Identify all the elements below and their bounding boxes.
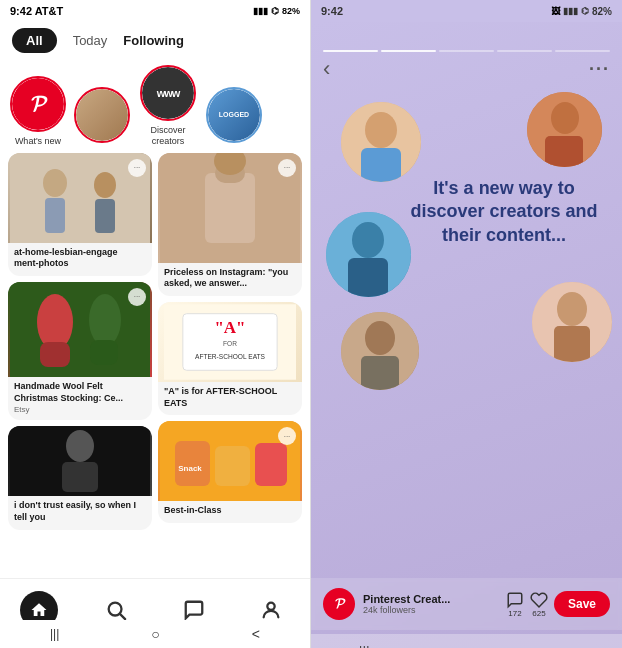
comment-count: 172 <box>508 609 521 618</box>
comment-icon <box>506 591 524 609</box>
svg-rect-12 <box>62 462 98 492</box>
svg-rect-44 <box>554 326 590 362</box>
story-account-info: Pinterest Creat... 24k followers <box>363 593 498 615</box>
story-logged[interactable]: LOGGED <box>206 87 262 147</box>
tab-following[interactable]: Following <box>123 33 184 48</box>
circle-person-4 <box>341 312 419 390</box>
www-avatar: www <box>142 67 194 119</box>
person-svg-4 <box>341 312 419 390</box>
story-avatar-logged: LOGGED <box>206 87 262 143</box>
person-svg-5 <box>532 282 612 362</box>
sys-menu-right[interactable]: ||| <box>359 644 370 648</box>
story-person[interactable] <box>74 87 130 147</box>
logged-avatar: LOGGED <box>208 89 260 141</box>
story-whats-new[interactable]: 𝓟 What's new <box>10 76 66 147</box>
right-status-icons: 🖼 ▮▮▮ ⌬ 82% <box>551 6 612 17</box>
sys-menu-left[interactable]: ||| <box>50 627 59 641</box>
pin-dark[interactable]: i don't trust easily, so when I tell you <box>8 426 152 529</box>
story-followers: 24k followers <box>363 605 498 615</box>
like-count: 625 <box>532 609 545 618</box>
wifi-icon: ⌬ <box>271 6 279 16</box>
profile-icon <box>260 599 282 621</box>
tab-today[interactable]: Today <box>73 33 108 48</box>
pin-notecard[interactable]: "A" FOR AFTER-SCHOOL EATS "A" is for AFT… <box>158 302 302 415</box>
story-like-btn[interactable]: 625 <box>530 591 548 618</box>
signal-right: ▮▮▮ <box>563 6 578 16</box>
svg-rect-14 <box>205 173 255 243</box>
battery-left: 82% <box>282 6 300 16</box>
pin-info-dark: i don't trust easily, so when I tell you <box>8 496 152 529</box>
svg-rect-35 <box>545 136 583 167</box>
svg-rect-9 <box>90 340 118 365</box>
svg-point-43 <box>557 292 587 326</box>
svg-point-6 <box>37 294 73 350</box>
circle-person-2 <box>527 92 602 167</box>
svg-line-28 <box>120 614 125 619</box>
sys-back-left[interactable]: < <box>252 626 260 642</box>
pin-fashion[interactable]: at-home-lesbian-engagement-photos ··· <box>8 153 152 276</box>
pin-snacks[interactable]: Snack Best-in-Class ··· <box>158 421 302 523</box>
story-avatar-pinterest: 𝓟 <box>10 76 66 132</box>
story-comment-btn[interactable]: 172 <box>506 591 524 618</box>
status-bar-right: 9:42 🖼 ▮▮▮ ⌬ 82% <box>311 0 622 22</box>
story-bottom-bar: 𝓟 Pinterest Creat... 24k followers 172 <box>311 578 622 630</box>
svg-point-1 <box>43 169 67 197</box>
person-avatar-img <box>76 89 128 141</box>
svg-rect-32 <box>361 148 401 182</box>
time-right: 9:42 <box>321 5 343 17</box>
pin-info-notecard: "A" is for AFTER-SCHOOL EATS <box>158 382 302 415</box>
pin-img-notecard: "A" FOR AFTER-SCHOOL EATS <box>158 302 302 382</box>
pin-dots-fashion[interactable]: ··· <box>128 159 146 177</box>
pin-subtitle-stockings: Etsy <box>14 405 146 414</box>
pin-dots-stockings[interactable]: ··· <box>128 288 146 306</box>
story-top-nav: ‹ ··· <box>311 52 622 86</box>
svg-rect-41 <box>361 356 399 390</box>
svg-point-40 <box>365 321 395 355</box>
status-icons-left: ▮▮▮ ⌬ 82% <box>253 6 300 16</box>
masonry-grid: at-home-lesbian-engagement-photos ··· <box>0 153 310 583</box>
heart-icon <box>530 591 548 609</box>
pin-info-snacks: Best-in-Class <box>158 501 302 523</box>
story-menu-btn[interactable]: ··· <box>589 59 610 80</box>
pin-stockings[interactable]: Handmade Wool Felt Christmas Stocking: C… <box>8 282 152 420</box>
svg-text:"A": "A" <box>214 318 245 337</box>
system-bar-left: ||| ○ < <box>0 620 310 648</box>
svg-point-34 <box>551 102 579 134</box>
right-phone: 9:42 🖼 ▮▮▮ ⌬ 82% ‹ ··· <box>311 0 622 648</box>
svg-point-11 <box>66 430 94 462</box>
pin-title-dark: i don't trust easily, so when I tell you <box>14 500 146 523</box>
photo-icon: 🖼 <box>551 6 560 16</box>
story-avatar-person <box>74 87 130 143</box>
story-back-btn[interactable]: ‹ <box>323 56 330 82</box>
story-label-whats-new: What's new <box>15 136 61 147</box>
system-bar-right: ||| ○ ‹ <box>311 634 622 648</box>
svg-point-29 <box>268 602 275 609</box>
story-logo-p: 𝓟 <box>335 596 344 612</box>
svg-point-3 <box>94 172 116 198</box>
story-discover[interactable]: www Discover creators <box>138 65 198 147</box>
pin-title-notecard: "A" is for AFTER-SCHOOL EATS <box>164 386 296 409</box>
story-avatar-www: www <box>140 65 196 121</box>
pin-title-snacks: Best-in-Class <box>164 505 296 517</box>
pin-title-stockings: Handmade Wool Felt Christmas Stocking: C… <box>14 381 146 404</box>
story-actions: 172 625 Save <box>506 591 610 618</box>
sys-home-right[interactable]: ○ <box>465 644 473 648</box>
person-svg-3 <box>326 212 411 297</box>
story-account-name: Pinterest Creat... <box>363 593 498 605</box>
svg-rect-2 <box>45 198 65 233</box>
sys-back-right[interactable]: ‹ <box>569 644 574 648</box>
tabs-row: All Today Following <box>0 22 310 59</box>
tab-all[interactable]: All <box>12 28 57 53</box>
story-headline: It's a new way to discover creators and … <box>406 177 602 247</box>
pin-dots-turtleneck[interactable]: ··· <box>278 159 296 177</box>
circle-person-5 <box>532 282 612 362</box>
sys-home-left[interactable]: ○ <box>151 626 159 642</box>
chat-icon <box>183 599 205 621</box>
pin-turtleneck[interactable]: Priceless on Instagram: "you asked, we a… <box>158 153 302 296</box>
svg-text:AFTER-SCHOOL EATS: AFTER-SCHOOL EATS <box>195 353 266 360</box>
save-button[interactable]: Save <box>554 591 610 617</box>
masonry-col-right: Priceless on Instagram: "you asked, we a… <box>158 153 302 583</box>
svg-rect-7 <box>40 342 70 367</box>
wifi-right: ⌬ <box>581 6 589 16</box>
masonry-col-left: at-home-lesbian-engagement-photos ··· <box>8 153 152 583</box>
